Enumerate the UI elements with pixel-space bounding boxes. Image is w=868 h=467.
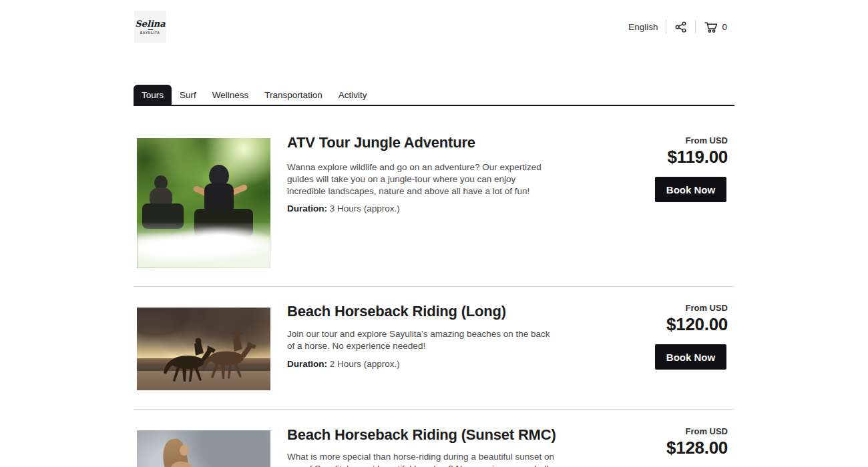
tab-surf[interactable]: Surf (172, 85, 204, 106)
duration-label: Duration: (287, 203, 327, 213)
cart-icon (704, 21, 718, 33)
tour-title: Beach Horseback Riding (Sunset RMC) (287, 426, 556, 444)
tour-thumbnail-atv[interactable] (137, 138, 270, 268)
tour-row-atv: ATV Tour Jungle Adventure Wanna explore … (134, 106, 734, 287)
tour-description: Join our tour and explore Sayulita's ama… (287, 328, 554, 352)
share-icon[interactable] (674, 21, 687, 33)
tour-price: $128.00 (666, 438, 728, 458)
price-block: From USD $128.00 (666, 426, 728, 458)
cloudy-sky-art (137, 430, 270, 467)
tour-price: $120.00 (666, 314, 728, 335)
header-divider (695, 20, 696, 33)
tour-thumbnail-sunset-rmc[interactable] (137, 430, 270, 467)
header-actions: English 0 (628, 19, 727, 34)
category-tabs: Tours Surf Wellness Transportation Activ… (134, 85, 734, 106)
price-block: From USD $119.00 (668, 135, 728, 167)
woman-face-art (180, 445, 189, 456)
tour-duration: Duration: 3 Hours (approx.) (287, 203, 400, 213)
tours-page: Selina SAYULITA English (0, 0, 868, 467)
tab-wellness[interactable]: Wellness (204, 85, 257, 106)
tour-description: What is more special than horse-riding d… (287, 451, 554, 467)
cart-count: 0 (722, 22, 727, 32)
logo-divider (148, 29, 153, 30)
tour-description: Wanna explore wildlife and go on an adve… (287, 161, 554, 197)
from-usd-label: From USD (666, 303, 728, 313)
tour-duration: Duration: 2 Hours (approx.) (287, 359, 400, 369)
duration-label: Duration: (287, 359, 327, 369)
tour-thumbnail-horseback[interactable] (137, 308, 270, 390)
logo-location-text: SAYULITA (140, 31, 160, 35)
tour-price: $119.00 (668, 147, 728, 167)
cart-button[interactable]: 0 (704, 21, 727, 33)
tour-list: ATV Tour Jungle Adventure Wanna explore … (134, 106, 734, 467)
book-now-button[interactable]: Book Now (655, 177, 726, 202)
tour-row-horseback-sunset: Beach Horseback Riding (Sunset RMC) What… (134, 410, 734, 467)
header-divider (666, 20, 666, 33)
book-now-button[interactable]: Book Now (655, 344, 726, 370)
horse-silhouettes-art (162, 325, 262, 382)
tab-activity[interactable]: Activity (331, 85, 375, 106)
selina-logo[interactable]: Selina SAYULITA (134, 11, 166, 43)
tour-title: Beach Horseback Riding (Long) (287, 303, 506, 320)
language-selector[interactable]: English (628, 22, 658, 32)
from-usd-label: From USD (668, 135, 728, 145)
tour-title: ATV Tour Jungle Adventure (287, 134, 475, 151)
price-block: From USD $120.00 (666, 303, 728, 335)
tab-tours[interactable]: Tours (134, 85, 172, 106)
logo-brand-text: Selina (135, 19, 165, 28)
from-usd-label: From USD (666, 426, 728, 436)
water-splash-art (137, 223, 270, 268)
tab-transportation[interactable]: Transportation (256, 85, 331, 106)
duration-value: 3 Hours (approx.) (330, 203, 400, 213)
tour-row-horseback-long: Beach Horseback Riding (Long) Join our t… (134, 287, 734, 410)
duration-value: 2 Hours (approx.) (330, 359, 400, 369)
